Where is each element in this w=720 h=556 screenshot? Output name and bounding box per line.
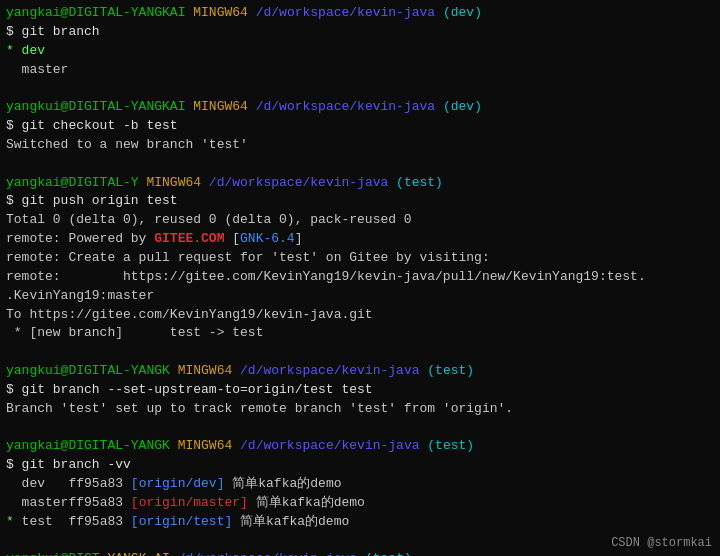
output-line: .KevinYang19:master <box>6 287 714 306</box>
output-highlight-line: * dev <box>6 42 714 61</box>
watermark: CSDN @stormkai <box>611 536 712 550</box>
output-line: remote: https://gitee.com/KevinYang19/ke… <box>6 268 714 287</box>
prompt-line: yangkui@DICT YANGK AI /d/workspace/kevin… <box>6 550 714 556</box>
blank-line <box>6 155 714 174</box>
output-branch-line: * test ff95a83 [origin/test] 简单kafka的dem… <box>6 513 714 532</box>
output-line: Switched to a new branch 'test' <box>6 136 714 155</box>
command-line: $ git checkout -b test <box>6 117 714 136</box>
output-line: * [new branch] test -> test <box>6 324 714 343</box>
terminal: yangkai@DIGITAL-YANGKAI MINGW64 /d/works… <box>0 0 720 556</box>
output-line: Branch 'test' set up to track remote bra… <box>6 400 714 419</box>
output-line: master <box>6 61 714 80</box>
command-line: $ git branch <box>6 23 714 42</box>
output-gitee-line: remote: Powered by GITEE.COM [GNK-6.4] <box>6 230 714 249</box>
command-line: $ git push origin test <box>6 192 714 211</box>
blank-line <box>6 419 714 438</box>
blank-line <box>6 343 714 362</box>
blank-line <box>6 79 714 98</box>
output-branch-line: dev ff95a83 [origin/dev] 简单kafka的demo <box>6 475 714 494</box>
prompt-line: yangkai@DIGITAL-YANGKAI MINGW64 /d/works… <box>6 4 714 23</box>
command-line: $ git branch -vv <box>6 456 714 475</box>
blank-line <box>6 532 714 551</box>
prompt-line: yangkai@DIGITAL-Y MINGW64 /d/workspace/k… <box>6 174 714 193</box>
prompt-line: yangkai@DIGITAL-YANGK MINGW64 /d/workspa… <box>6 437 714 456</box>
prompt-line: yangkui@DIGITAL-YANGK MINGW64 /d/workspa… <box>6 362 714 381</box>
output-branch-line: masterff95a83 [origin/master] 简单kafka的de… <box>6 494 714 513</box>
output-line: Total 0 (delta 0), reused 0 (delta 0), p… <box>6 211 714 230</box>
terminal-output: yangkai@DIGITAL-YANGKAI MINGW64 /d/works… <box>6 4 714 556</box>
prompt-line: yangkui@DIGITAL-YANGKAI MINGW64 /d/works… <box>6 98 714 117</box>
output-line: remote: Create a pull request for 'test'… <box>6 249 714 268</box>
command-line: $ git branch --set-upstream-to=origin/te… <box>6 381 714 400</box>
output-line: To https://gitee.com/KevinYang19/kevin-j… <box>6 306 714 325</box>
